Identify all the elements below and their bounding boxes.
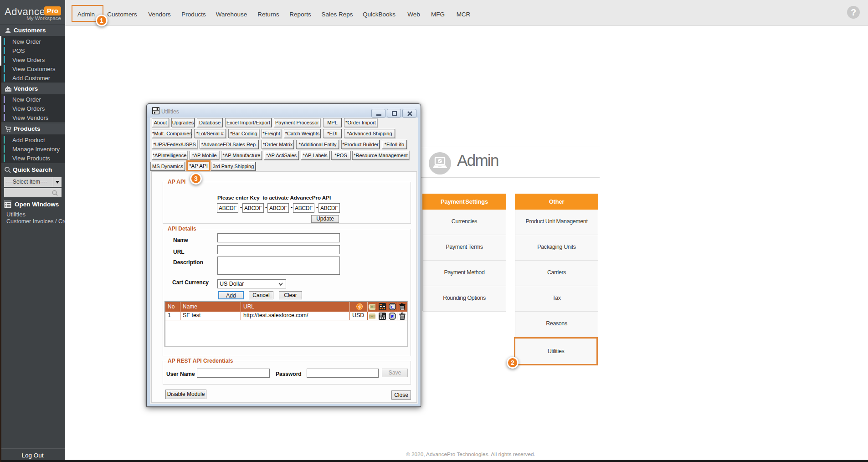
svg-text:E: E [391, 314, 394, 319]
svg-text:E: E [391, 305, 394, 309]
svg-text:$: $ [358, 304, 361, 309]
